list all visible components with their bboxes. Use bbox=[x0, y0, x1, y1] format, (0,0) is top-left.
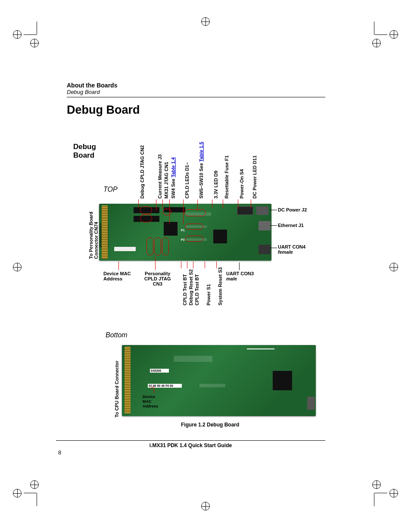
resettable-fuse-label: Resettable Fuse F1 bbox=[224, 156, 229, 199]
cpld-test-bt-2-label: CPLD Test BT bbox=[194, 274, 199, 305]
crop-mark-tl bbox=[13, 22, 30, 39]
p2-label: P2 bbox=[181, 238, 185, 241]
uart-con3-label: UART CON3 male bbox=[226, 271, 254, 281]
personality-board-connector-label: To Personality Board Connector CN74 bbox=[88, 212, 99, 259]
debug-reset-s2-label: Debug Reset S2 bbox=[188, 269, 193, 305]
crop-mark-tc bbox=[197, 13, 214, 30]
bottom-view-label: Bottom bbox=[106, 331, 128, 339]
personality-cpld-jtag-label: Personality CPLD JTAG CN3 bbox=[144, 271, 171, 286]
page-content: About the Boards Debug Board Debug Board… bbox=[67, 82, 325, 436]
current-measure-label: Current Measure J3 bbox=[157, 154, 162, 199]
uart-con4-label: UART CON4 female bbox=[278, 244, 305, 255]
sw4-label: SW4 See Table 1.4 bbox=[171, 157, 176, 199]
figure-diagram: Debug Board TOP To Personality Board Con… bbox=[71, 125, 321, 436]
ethernet-j1-label: Ethernet J1 bbox=[278, 223, 304, 228]
figure-caption: Figure 1.2 Debug Board bbox=[181, 422, 239, 428]
figure-title-l1: Debug bbox=[73, 143, 96, 151]
running-header: About the Boards Debug Board bbox=[67, 82, 325, 97]
p1-label: P1 bbox=[181, 229, 185, 232]
cpu-board-connector-label: To CPU Board Connector bbox=[114, 361, 119, 417]
mx31-jtag-label: MX31 JTAG CN1 bbox=[164, 162, 169, 199]
header-section: About the Boards bbox=[67, 82, 325, 89]
crop-mark-tr bbox=[381, 22, 398, 39]
crop-mark-rc bbox=[385, 258, 402, 276]
table-1-4-link[interactable]: Table 1.4 bbox=[171, 157, 176, 177]
debug-cpld-jtag-label: Debug CPLD JTAG CN2 bbox=[140, 145, 145, 199]
page-number: 8 bbox=[58, 449, 61, 456]
system-reset-s3-label: System Reset S3 bbox=[218, 267, 223, 305]
table-1-5-link[interactable]: Table 1.5 bbox=[199, 142, 204, 162]
cpld-test-bt-1-label: CPLD Test BT bbox=[182, 274, 187, 305]
header-subsection: Debug Board bbox=[67, 89, 325, 95]
cpld-leds-label: CPLD LEDs D1– bbox=[184, 162, 190, 199]
dc-power-led-label: DC Power LED D11 bbox=[252, 156, 257, 199]
debug-board-bottom: 0X0206 02 68 00 46 F0 00 Device MAC Addr… bbox=[122, 345, 316, 416]
device-mac-address-label-bottom: Device MAC Address bbox=[143, 395, 158, 408]
figure-title-l2: Board bbox=[73, 151, 94, 160]
dc-power-j2-label: DC Power J2 bbox=[278, 207, 307, 212]
page-heading: Debug Board bbox=[67, 103, 325, 117]
led-3v3-label: 3.3V LED D9 bbox=[213, 171, 218, 199]
top-view-label: TOP bbox=[103, 186, 118, 193]
crop-mark-bc bbox=[197, 498, 214, 515]
footer-title: i.MX31 PDK 1.4 Quick Start Guide bbox=[56, 440, 325, 448]
device-mac-address-label-top: Device MAC Address bbox=[103, 271, 131, 281]
power-s1-label: Power S1 bbox=[206, 284, 211, 305]
sw5-sw10-label: SW5–SW10 See Table 1.5 bbox=[199, 142, 204, 199]
crop-mark-bl bbox=[13, 489, 30, 506]
crop-mark-br bbox=[381, 489, 398, 506]
power-on-label: Power-On S4 bbox=[239, 169, 244, 199]
crop-mark-lc bbox=[9, 258, 26, 276]
